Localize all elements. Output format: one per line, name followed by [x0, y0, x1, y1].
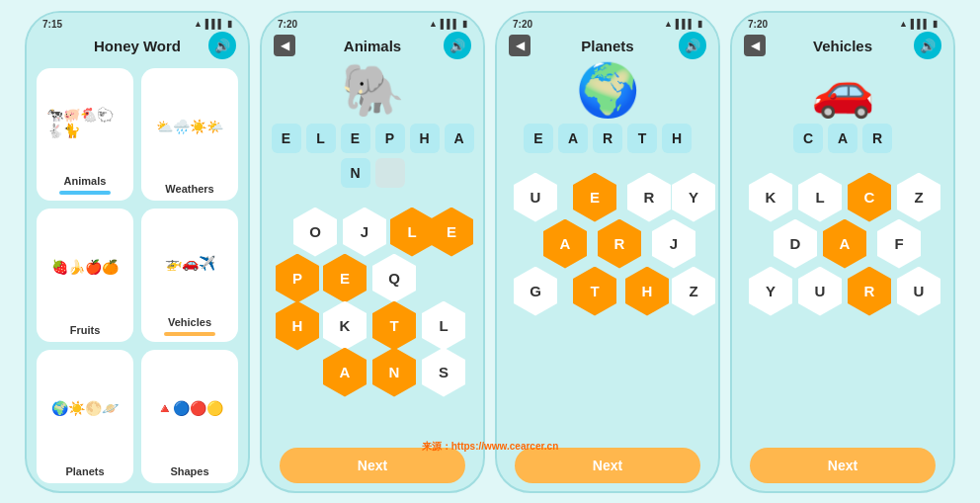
hex-E-mid[interactable]: E	[323, 254, 367, 303]
phone-menu: 7:15 ▲ ▌▌▌ ▮ Honey Word 🔊 🐄🐖🐔🐑🐇🐈 Animals	[25, 11, 250, 493]
letter-E-p[interactable]: E	[524, 124, 553, 153]
vehicles-progress	[164, 332, 215, 336]
battery-icon: ▮	[227, 19, 232, 29]
letter-A-p[interactable]: A	[558, 124, 588, 153]
vehicles-image: 🚁🚗✈️	[147, 214, 232, 312]
letter-R-p[interactable]: R	[593, 124, 622, 153]
word-display-animals: E L E P H A N	[270, 124, 475, 188]
hex-J-p[interactable]: J	[652, 219, 695, 269]
sound-button-animals[interactable]: 🔊	[444, 32, 471, 59]
menu-item-shapes[interactable]: 🔺🔵🔴🟡 Shapes	[141, 350, 238, 483]
header-animals: ◀ Animals 🔊	[262, 32, 483, 60]
hex-N[interactable]: N	[372, 348, 416, 397]
hex-J[interactable]: J	[343, 208, 386, 257]
hex-R-v[interactable]: R	[848, 267, 891, 316]
status-icons-4: ▲ ▌▌▌ ▮	[899, 19, 938, 29]
hex-L[interactable]: L	[390, 208, 434, 257]
menu-item-weathers[interactable]: ⛅🌧️☀️🌤️ Weathers	[141, 68, 238, 202]
earth-image: 🌍	[576, 64, 640, 116]
hex-Y-v[interactable]: Y	[749, 267, 792, 316]
letter-C-v[interactable]: C	[793, 124, 823, 153]
letter-L[interactable]: L	[306, 124, 336, 153]
time-2: 7:20	[278, 19, 297, 30]
time-1: 7:15	[42, 19, 62, 30]
hex-Y-p[interactable]: Y	[672, 173, 715, 222]
back-button-vehicles[interactable]: ◀	[744, 35, 766, 56]
phone-animals: 7:20 ▲ ▌▌▌ ▮ ◀ Animals 🔊 🐘 E L E P H A N	[260, 11, 485, 493]
hex-O[interactable]: O	[293, 208, 337, 257]
signal-icon-2: ▌▌▌	[441, 19, 459, 29]
letter-H[interactable]: H	[410, 124, 440, 153]
hex-Z-p[interactable]: Z	[672, 267, 715, 316]
fruits-label: Fruits	[70, 324, 101, 336]
weathers-emoji: ⛅🌧️☀️🌤️	[152, 115, 227, 138]
letter-A-v[interactable]: A	[828, 124, 858, 153]
next-button-planets[interactable]: Next	[515, 448, 699, 483]
hex-F-v[interactable]: F	[877, 219, 921, 269]
menu-item-fruits[interactable]: 🍓🍌🍎🍊 Fruits	[37, 209, 133, 342]
letter-N[interactable]: N	[341, 158, 370, 188]
hex-E-top[interactable]: E	[430, 208, 473, 257]
letter-E2[interactable]: E	[341, 124, 370, 153]
weathers-image: ⛅🌧️☀️🌤️	[147, 74, 232, 180]
game-body-planets: 🌍 E A R T H U E R Y A R J G T H Z Nex	[497, 60, 718, 491]
signal-icon-4: ▌▌▌	[911, 19, 930, 29]
hex-K[interactable]: K	[323, 301, 367, 351]
hex-H[interactable]: H	[276, 301, 319, 351]
sound-button-vehicles[interactable]: 🔊	[914, 32, 941, 59]
time-4: 7:20	[748, 19, 768, 30]
menu-item-planets[interactable]: 🌍☀️🌕🪐 Planets	[37, 350, 133, 483]
elephant-image: 🐘	[341, 64, 405, 116]
sound-button-planets[interactable]: 🔊	[679, 32, 706, 59]
hex-T[interactable]: T	[372, 301, 416, 351]
planets-game-title: Planets	[581, 38, 633, 54]
header-menu: Honey Word 🔊	[27, 32, 248, 60]
letter-R-v[interactable]: R	[862, 124, 892, 153]
wifi-icon-4: ▲	[899, 19, 908, 29]
sound-button-menu[interactable]: 🔊	[208, 32, 236, 59]
hex-D-v[interactable]: D	[774, 219, 817, 269]
hex-C-v[interactable]: C	[848, 173, 891, 222]
letter-H-p[interactable]: H	[662, 124, 692, 153]
hex-grid-planets: U E R Y A R J G T H Z	[509, 163, 706, 448]
wifi-icon-3: ▲	[664, 19, 673, 29]
back-button-animals[interactable]: ◀	[274, 35, 295, 56]
letter-P[interactable]: P	[375, 124, 405, 153]
status-bar-1: 7:15 ▲ ▌▌▌ ▮	[27, 13, 248, 32]
letter-T-p[interactable]: T	[627, 124, 657, 153]
hex-P[interactable]: P	[276, 254, 319, 303]
letter-A[interactable]: A	[445, 124, 474, 153]
hex-T-p[interactable]: T	[573, 267, 616, 316]
hex-G-p[interactable]: G	[514, 267, 557, 316]
hex-R-mid-p[interactable]: R	[598, 219, 641, 269]
header-vehicles: ◀ Vehicles 🔊	[732, 32, 953, 60]
signal-icon: ▌▌▌	[205, 19, 224, 29]
hex-A[interactable]: A	[323, 348, 367, 397]
hex-A-v[interactable]: A	[823, 219, 866, 269]
time-3: 7:20	[513, 19, 532, 30]
status-bar-3: 7:20 ▲ ▌▌▌ ▮	[497, 13, 718, 32]
hex-U-v[interactable]: U	[798, 267, 842, 316]
hex-S[interactable]: S	[422, 348, 465, 397]
next-button-animals[interactable]: Next	[280, 448, 464, 483]
hex-Z-v[interactable]: Z	[897, 173, 940, 222]
menu-item-animals[interactable]: 🐄🐖🐔🐑🐇🐈 Animals	[37, 68, 133, 202]
hex-U2-v[interactable]: U	[897, 267, 940, 316]
status-bar-2: 7:20 ▲ ▌▌▌ ▮	[262, 13, 483, 32]
hex-L2[interactable]: L	[422, 301, 465, 351]
letter-E1[interactable]: E	[272, 124, 301, 153]
hex-Q[interactable]: Q	[372, 254, 416, 303]
vehicles-label: Vehicles	[168, 316, 211, 328]
hex-H-p[interactable]: H	[625, 267, 669, 316]
hex-R-p[interactable]: R	[627, 173, 671, 222]
next-button-vehicles[interactable]: Next	[750, 448, 935, 483]
hex-E-p[interactable]: E	[573, 173, 616, 222]
hex-L-v[interactable]: L	[798, 173, 842, 222]
header-planets: ◀ Planets 🔊	[497, 32, 718, 60]
back-button-planets[interactable]: ◀	[509, 35, 531, 56]
hex-U-p[interactable]: U	[514, 173, 557, 222]
menu-item-vehicles[interactable]: 🚁🚗✈️ Vehicles	[141, 209, 238, 342]
game-body-vehicles: 🚗 C A R K L C Z D A F Y U R U Next	[732, 60, 953, 491]
hex-K-v[interactable]: K	[749, 173, 792, 222]
hex-A-p[interactable]: A	[543, 219, 587, 269]
